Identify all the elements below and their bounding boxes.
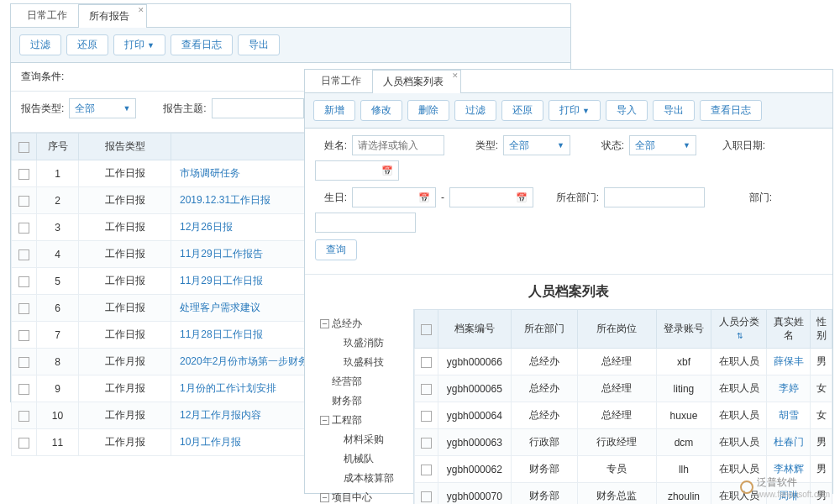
tab-all-reports[interactable]: 所有报告 ✕ bbox=[78, 4, 147, 28]
col-header[interactable]: 真实姓名 bbox=[767, 310, 811, 349]
col-header[interactable]: 档案编号 bbox=[438, 310, 512, 349]
table-row[interactable]: ygbh000065总经办总经理liting在职人员李婷女 bbox=[415, 375, 832, 402]
checkbox[interactable] bbox=[18, 411, 29, 422]
col-header[interactable]: 登录账号 bbox=[656, 310, 711, 349]
toolbar-过滤[interactable]: 过滤 bbox=[454, 100, 496, 121]
checkbox[interactable] bbox=[18, 142, 29, 153]
checkbox[interactable] bbox=[18, 223, 29, 234]
checkbox[interactable] bbox=[18, 357, 29, 368]
tree-toggle-icon[interactable]: − bbox=[320, 416, 329, 425]
report-link[interactable]: 2019.12.31工作日报 bbox=[180, 194, 270, 206]
report-link[interactable]: 2020年2月份市场第一步财务 bbox=[180, 355, 308, 367]
checkbox[interactable] bbox=[18, 276, 29, 287]
report-link[interactable]: 11月28日工作日报 bbox=[180, 328, 263, 340]
cell-seq: 8 bbox=[37, 349, 79, 375]
dept-tree-input[interactable] bbox=[604, 187, 705, 207]
report-link[interactable]: 10月工作月报 bbox=[180, 436, 241, 448]
tab-daily-work[interactable]: 日常工作 bbox=[16, 3, 78, 27]
checkbox[interactable] bbox=[18, 384, 29, 395]
table-row[interactable]: ygbh000064总经办总经理huxue在职人员胡雪女 bbox=[415, 402, 832, 429]
tree-node[interactable]: 材料采购 bbox=[332, 430, 410, 449]
name-link[interactable]: 李婷 bbox=[779, 382, 799, 394]
toolbar-导入[interactable]: 导入 bbox=[606, 100, 648, 121]
query-button[interactable]: 查询 bbox=[315, 239, 357, 260]
birth-from-input[interactable]: 📅 bbox=[352, 187, 436, 207]
col-header[interactable]: 序号 bbox=[37, 134, 79, 160]
name-link[interactable]: 杜春门 bbox=[774, 436, 804, 448]
cell: 总经办 bbox=[511, 349, 578, 375]
col-header[interactable] bbox=[415, 310, 438, 349]
status-select[interactable]: 全部▼ bbox=[629, 135, 696, 155]
type-select[interactable]: 全部▼ bbox=[503, 135, 570, 155]
name-input[interactable] bbox=[352, 135, 444, 155]
toolbar-过滤[interactable]: 过滤 bbox=[19, 34, 61, 55]
toolbar-导出[interactable]: 导出 bbox=[653, 100, 695, 121]
toolbar-修改[interactable]: 修改 bbox=[360, 100, 402, 121]
report-link[interactable]: 1月份的工作计划安排 bbox=[180, 382, 276, 394]
name-link[interactable]: 胡雪 bbox=[779, 409, 799, 421]
name-link[interactable]: 薛保丰 bbox=[774, 355, 804, 367]
toolbar-导出[interactable]: 导出 bbox=[238, 34, 280, 55]
close-icon[interactable]: ✕ bbox=[452, 71, 459, 80]
toolbar-还原[interactable]: 还原 bbox=[66, 34, 108, 55]
tree-node[interactable]: 成本核算部 bbox=[332, 469, 410, 488]
col-header[interactable]: 性别 bbox=[811, 310, 832, 349]
report-link[interactable]: 11月29日工作日报 bbox=[180, 275, 263, 286]
tree-toggle-icon[interactable]: − bbox=[320, 319, 329, 328]
toolbar-还原[interactable]: 还原 bbox=[501, 100, 543, 121]
tree-node[interactable]: −项目中心 bbox=[320, 488, 410, 504]
tab-personnel-list[interactable]: 人员档案列表 ✕ bbox=[372, 70, 461, 93]
col-header[interactable]: 报告类型 bbox=[79, 134, 171, 160]
table-row[interactable]: ygbh000066总经办总经理xbf在职人员薛保丰男 bbox=[415, 349, 832, 375]
toolbar-查看日志[interactable]: 查看日志 bbox=[700, 100, 762, 121]
tree-node[interactable]: 经营部 bbox=[320, 372, 410, 391]
report-link[interactable]: 11月29日工作报告 bbox=[180, 248, 263, 260]
toolbar-打印[interactable]: 打印▼ bbox=[113, 34, 165, 55]
cell-seq: 4 bbox=[37, 241, 79, 268]
checkbox[interactable] bbox=[421, 465, 432, 475]
report-link[interactable]: 市场调研任务 bbox=[180, 167, 240, 179]
checkbox[interactable] bbox=[18, 438, 29, 449]
checkbox[interactable] bbox=[421, 491, 432, 502]
cell-seq: 1 bbox=[37, 160, 79, 187]
report-link[interactable]: 12月26日报 bbox=[180, 221, 233, 233]
checkbox[interactable] bbox=[421, 411, 432, 422]
checkbox[interactable] bbox=[18, 303, 29, 314]
logo-icon bbox=[740, 480, 753, 494]
toolbar-打印[interactable]: 打印▼ bbox=[549, 100, 601, 121]
birth-to-input[interactable]: 📅 bbox=[449, 187, 533, 207]
tree-node[interactable]: 机械队 bbox=[332, 449, 410, 469]
dept-input[interactable] bbox=[315, 213, 416, 233]
checkbox[interactable] bbox=[18, 169, 29, 180]
cell: ygbh000062 bbox=[438, 456, 512, 483]
report-link[interactable]: 处理客户需求建议 bbox=[180, 302, 260, 313]
checkbox[interactable] bbox=[18, 330, 29, 341]
col-header[interactable] bbox=[12, 134, 37, 160]
name-link[interactable]: 李林辉 bbox=[774, 463, 804, 475]
tree-node[interactable]: 玖盛科技 bbox=[332, 353, 410, 372]
col-header[interactable]: 所在岗位 bbox=[578, 310, 656, 349]
report-link[interactable]: 12月工作月报内容 bbox=[180, 409, 261, 421]
tree-node[interactable]: 玖盛消防 bbox=[332, 333, 410, 353]
tree-node[interactable]: −总经办 bbox=[320, 314, 410, 333]
checkbox[interactable] bbox=[421, 384, 432, 395]
close-icon[interactable]: ✕ bbox=[138, 6, 144, 14]
tab-daily-work-2[interactable]: 日常工作 bbox=[310, 69, 372, 92]
checkbox[interactable] bbox=[421, 357, 432, 368]
toolbar-删除[interactable]: 删除 bbox=[407, 100, 449, 121]
toolbar-新增[interactable]: 新增 bbox=[313, 100, 355, 121]
checkbox[interactable] bbox=[18, 196, 29, 207]
hire-date-input[interactable]: 📅 bbox=[315, 160, 399, 181]
col-header[interactable]: 人员分类⇅ bbox=[711, 310, 767, 349]
col-header[interactable]: 所在部门 bbox=[511, 310, 578, 349]
checkbox[interactable] bbox=[421, 324, 432, 335]
tree-node[interactable]: 财务部 bbox=[320, 391, 410, 411]
toolbar-查看日志[interactable]: 查看日志 bbox=[171, 34, 233, 55]
checkbox[interactable] bbox=[421, 438, 432, 449]
tree-toggle-icon[interactable]: − bbox=[320, 493, 329, 502]
report-type-select[interactable]: 全部 ▼ bbox=[69, 98, 136, 118]
checkbox[interactable] bbox=[18, 249, 29, 260]
report-subject-input[interactable] bbox=[212, 98, 304, 118]
table-row[interactable]: ygbh000063行政部行政经理dcm在职人员杜春门男 bbox=[415, 429, 832, 456]
tree-node[interactable]: −工程部 bbox=[320, 411, 410, 430]
